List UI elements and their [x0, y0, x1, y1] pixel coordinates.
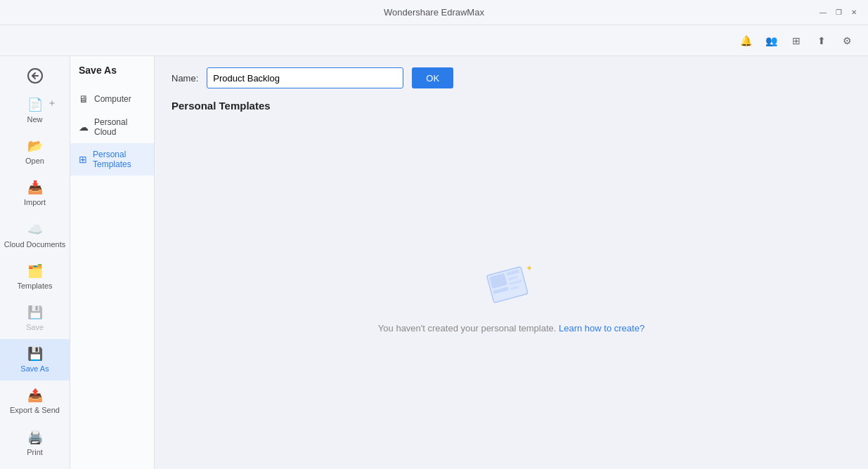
- panel-item-computer[interactable]: 🖥 Computer: [70, 87, 154, 111]
- sidebar-item-print[interactable]: 🖨️ Print: [0, 423, 70, 464]
- sidebar-item-account[interactable]: 👤 Account: [0, 464, 70, 469]
- computer-icon: 🖥: [79, 93, 89, 105]
- share-icon[interactable]: ⬆: [812, 31, 831, 51]
- app-body: 📄 New ＋ 📂 Open 📥 Import ☁️ Cloud Documen…: [0, 56, 868, 469]
- sidebar-item-cloud[interactable]: ☁️ Cloud Documents: [0, 215, 70, 256]
- close-button[interactable]: ✕: [848, 7, 860, 18]
- ok-button[interactable]: OK: [412, 67, 453, 88]
- mid-panel: Save As 🖥 Computer ☁ Personal Cloud ⊞ Pe…: [70, 56, 155, 469]
- name-input[interactable]: [207, 67, 403, 88]
- community-icon[interactable]: 👥: [761, 31, 781, 51]
- add-new-icon[interactable]: ＋: [47, 97, 57, 110]
- settings-icon[interactable]: ⚙: [837, 31, 857, 51]
- sidebar-item-templates[interactable]: 🗂️ Templates: [0, 256, 70, 298]
- save-icon: 💾: [27, 305, 43, 320]
- save-as-icon: 💾: [27, 346, 43, 362]
- cloud-icon: ☁️: [27, 222, 43, 237]
- print-icon: 🖨️: [27, 430, 43, 445]
- sidebar-item-save-as[interactable]: 💾 Save As: [0, 339, 70, 381]
- panel-item-personal-cloud[interactable]: ☁ Personal Cloud: [70, 111, 154, 143]
- main-content: Name: OK Personal Templates: [155, 56, 868, 469]
- new-icon: 📄: [27, 97, 43, 112]
- apps-icon[interactable]: ⊞: [786, 31, 806, 51]
- sidebar-item-import[interactable]: 📥 Import: [0, 173, 70, 214]
- empty-illustration: ✦: [477, 256, 547, 312]
- minimize-button[interactable]: —: [817, 7, 829, 18]
- maximize-button[interactable]: ❐: [833, 7, 844, 18]
- sidebar-item-new[interactable]: 📄 New ＋: [0, 90, 70, 131]
- notification-icon[interactable]: 🔔: [736, 31, 756, 51]
- templates-icon: 🗂️: [27, 263, 43, 279]
- name-bar: Name: OK: [155, 56, 868, 97]
- back-button[interactable]: [0, 62, 70, 90]
- toolbar: 🔔 👥 ⊞ ⬆ ⚙: [0, 25, 868, 56]
- svg-text:✦: ✦: [526, 263, 533, 273]
- sidebar-item-save[interactable]: 💾 Save: [0, 298, 70, 339]
- import-icon: 📥: [27, 180, 43, 195]
- sidebar-item-open[interactable]: 📂 Open: [0, 131, 70, 173]
- title-bar: Wondershare EdrawMax — ❐ ✕: [0, 0, 868, 25]
- sidebar: 📄 New ＋ 📂 Open 📥 Import ☁️ Cloud Documen…: [0, 56, 70, 469]
- content-area: ✦ You haven't created your personal temp…: [155, 120, 868, 469]
- empty-text: You haven't created your personal templa…: [378, 323, 644, 333]
- export-icon: 📤: [27, 388, 43, 403]
- panel-item-personal-templates[interactable]: ⊞ Personal Templates: [70, 143, 154, 176]
- personal-cloud-icon: ☁: [79, 121, 89, 133]
- open-icon: 📂: [27, 138, 43, 154]
- name-label: Name:: [171, 73, 198, 84]
- learn-link[interactable]: Learn how to create?: [559, 323, 644, 333]
- section-title: Personal Templates: [155, 97, 868, 120]
- window-controls: — ❐ ✕: [817, 7, 860, 18]
- panel-title: Save As: [70, 65, 154, 87]
- personal-templates-icon: ⊞: [79, 154, 87, 165]
- sidebar-item-export[interactable]: 📤 Export & Send: [0, 381, 70, 422]
- app-title: Wondershare EdrawMax: [384, 7, 484, 18]
